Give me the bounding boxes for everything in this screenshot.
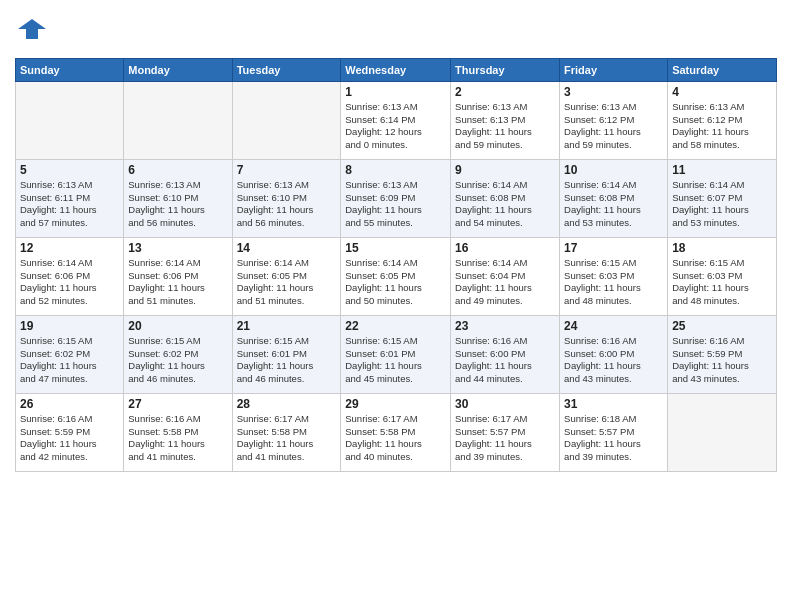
day-info: Sunrise: 6:15 AMSunset: 6:02 PMDaylight:… — [128, 335, 227, 386]
calendar-cell: 30Sunrise: 6:17 AMSunset: 5:57 PMDayligh… — [451, 393, 560, 471]
day-number: 6 — [128, 163, 227, 177]
calendar-cell: 19Sunrise: 6:15 AMSunset: 6:02 PMDayligh… — [16, 315, 124, 393]
calendar-cell: 22Sunrise: 6:15 AMSunset: 6:01 PMDayligh… — [341, 315, 451, 393]
day-number: 20 — [128, 319, 227, 333]
header — [15, 15, 777, 48]
day-info: Sunrise: 6:14 AMSunset: 6:08 PMDaylight:… — [455, 179, 555, 230]
calendar-cell: 10Sunrise: 6:14 AMSunset: 6:08 PMDayligh… — [560, 159, 668, 237]
day-number: 8 — [345, 163, 446, 177]
calendar-cell: 8Sunrise: 6:13 AMSunset: 6:09 PMDaylight… — [341, 159, 451, 237]
calendar-cell: 7Sunrise: 6:13 AMSunset: 6:10 PMDaylight… — [232, 159, 341, 237]
weekday-header-row: SundayMondayTuesdayWednesdayThursdayFrid… — [16, 58, 777, 81]
day-number: 12 — [20, 241, 119, 255]
calendar-cell: 28Sunrise: 6:17 AMSunset: 5:58 PMDayligh… — [232, 393, 341, 471]
day-info: Sunrise: 6:17 AMSunset: 5:57 PMDaylight:… — [455, 413, 555, 464]
day-info: Sunrise: 6:13 AMSunset: 6:11 PMDaylight:… — [20, 179, 119, 230]
calendar-cell: 4Sunrise: 6:13 AMSunset: 6:12 PMDaylight… — [668, 81, 777, 159]
day-number: 27 — [128, 397, 227, 411]
day-number: 17 — [564, 241, 663, 255]
calendar-cell: 14Sunrise: 6:14 AMSunset: 6:05 PMDayligh… — [232, 237, 341, 315]
day-number: 5 — [20, 163, 119, 177]
calendar-cell — [668, 393, 777, 471]
weekday-header-thursday: Thursday — [451, 58, 560, 81]
day-number: 29 — [345, 397, 446, 411]
weekday-header-saturday: Saturday — [668, 58, 777, 81]
calendar-cell: 21Sunrise: 6:15 AMSunset: 6:01 PMDayligh… — [232, 315, 341, 393]
calendar-cell: 15Sunrise: 6:14 AMSunset: 6:05 PMDayligh… — [341, 237, 451, 315]
day-number: 16 — [455, 241, 555, 255]
calendar-cell: 9Sunrise: 6:14 AMSunset: 6:08 PMDaylight… — [451, 159, 560, 237]
day-number: 11 — [672, 163, 772, 177]
day-info: Sunrise: 6:14 AMSunset: 6:06 PMDaylight:… — [20, 257, 119, 308]
day-info: Sunrise: 6:13 AMSunset: 6:12 PMDaylight:… — [564, 101, 663, 152]
day-number: 4 — [672, 85, 772, 99]
calendar-cell: 27Sunrise: 6:16 AMSunset: 5:58 PMDayligh… — [124, 393, 232, 471]
day-info: Sunrise: 6:14 AMSunset: 6:08 PMDaylight:… — [564, 179, 663, 230]
svg-marker-0 — [18, 19, 46, 39]
logo — [15, 15, 46, 48]
day-number: 31 — [564, 397, 663, 411]
day-info: Sunrise: 6:17 AMSunset: 5:58 PMDaylight:… — [345, 413, 446, 464]
weekday-header-sunday: Sunday — [16, 58, 124, 81]
calendar-cell: 29Sunrise: 6:17 AMSunset: 5:58 PMDayligh… — [341, 393, 451, 471]
day-info: Sunrise: 6:13 AMSunset: 6:10 PMDaylight:… — [128, 179, 227, 230]
day-number: 9 — [455, 163, 555, 177]
calendar-cell: 20Sunrise: 6:15 AMSunset: 6:02 PMDayligh… — [124, 315, 232, 393]
day-info: Sunrise: 6:18 AMSunset: 5:57 PMDaylight:… — [564, 413, 663, 464]
calendar-cell: 12Sunrise: 6:14 AMSunset: 6:06 PMDayligh… — [16, 237, 124, 315]
weekday-header-wednesday: Wednesday — [341, 58, 451, 81]
calendar-cell: 16Sunrise: 6:14 AMSunset: 6:04 PMDayligh… — [451, 237, 560, 315]
day-info: Sunrise: 6:16 AMSunset: 5:59 PMDaylight:… — [672, 335, 772, 386]
day-info: Sunrise: 6:14 AMSunset: 6:05 PMDaylight:… — [345, 257, 446, 308]
calendar-cell — [232, 81, 341, 159]
calendar-cell: 3Sunrise: 6:13 AMSunset: 6:12 PMDaylight… — [560, 81, 668, 159]
day-info: Sunrise: 6:15 AMSunset: 6:03 PMDaylight:… — [564, 257, 663, 308]
day-info: Sunrise: 6:14 AMSunset: 6:07 PMDaylight:… — [672, 179, 772, 230]
weekday-header-tuesday: Tuesday — [232, 58, 341, 81]
day-number: 10 — [564, 163, 663, 177]
day-info: Sunrise: 6:13 AMSunset: 6:13 PMDaylight:… — [455, 101, 555, 152]
calendar-cell: 1Sunrise: 6:13 AMSunset: 6:14 PMDaylight… — [341, 81, 451, 159]
calendar-week-row: 19Sunrise: 6:15 AMSunset: 6:02 PMDayligh… — [16, 315, 777, 393]
calendar-cell: 2Sunrise: 6:13 AMSunset: 6:13 PMDaylight… — [451, 81, 560, 159]
page: SundayMondayTuesdayWednesdayThursdayFrid… — [0, 0, 792, 612]
calendar-cell: 6Sunrise: 6:13 AMSunset: 6:10 PMDaylight… — [124, 159, 232, 237]
day-number: 26 — [20, 397, 119, 411]
day-number: 7 — [237, 163, 337, 177]
day-number: 2 — [455, 85, 555, 99]
day-info: Sunrise: 6:16 AMSunset: 5:58 PMDaylight:… — [128, 413, 227, 464]
day-info: Sunrise: 6:13 AMSunset: 6:09 PMDaylight:… — [345, 179, 446, 230]
day-info: Sunrise: 6:15 AMSunset: 6:01 PMDaylight:… — [345, 335, 446, 386]
logo-text — [15, 15, 46, 48]
day-number: 22 — [345, 319, 446, 333]
calendar-cell: 26Sunrise: 6:16 AMSunset: 5:59 PMDayligh… — [16, 393, 124, 471]
logo-bird-icon — [18, 15, 46, 43]
day-info: Sunrise: 6:13 AMSunset: 6:10 PMDaylight:… — [237, 179, 337, 230]
calendar-cell: 24Sunrise: 6:16 AMSunset: 6:00 PMDayligh… — [560, 315, 668, 393]
day-number: 28 — [237, 397, 337, 411]
day-info: Sunrise: 6:16 AMSunset: 6:00 PMDaylight:… — [564, 335, 663, 386]
calendar-cell: 17Sunrise: 6:15 AMSunset: 6:03 PMDayligh… — [560, 237, 668, 315]
day-number: 19 — [20, 319, 119, 333]
day-number: 13 — [128, 241, 227, 255]
day-number: 14 — [237, 241, 337, 255]
calendar-cell: 23Sunrise: 6:16 AMSunset: 6:00 PMDayligh… — [451, 315, 560, 393]
day-number: 21 — [237, 319, 337, 333]
day-info: Sunrise: 6:16 AMSunset: 6:00 PMDaylight:… — [455, 335, 555, 386]
calendar-cell: 13Sunrise: 6:14 AMSunset: 6:06 PMDayligh… — [124, 237, 232, 315]
calendar-cell: 11Sunrise: 6:14 AMSunset: 6:07 PMDayligh… — [668, 159, 777, 237]
day-info: Sunrise: 6:15 AMSunset: 6:03 PMDaylight:… — [672, 257, 772, 308]
calendar-cell: 25Sunrise: 6:16 AMSunset: 5:59 PMDayligh… — [668, 315, 777, 393]
day-info: Sunrise: 6:15 AMSunset: 6:02 PMDaylight:… — [20, 335, 119, 386]
day-info: Sunrise: 6:13 AMSunset: 6:14 PMDaylight:… — [345, 101, 446, 152]
day-info: Sunrise: 6:14 AMSunset: 6:06 PMDaylight:… — [128, 257, 227, 308]
day-number: 24 — [564, 319, 663, 333]
day-info: Sunrise: 6:14 AMSunset: 6:05 PMDaylight:… — [237, 257, 337, 308]
day-info: Sunrise: 6:16 AMSunset: 5:59 PMDaylight:… — [20, 413, 119, 464]
calendar-week-row: 26Sunrise: 6:16 AMSunset: 5:59 PMDayligh… — [16, 393, 777, 471]
day-info: Sunrise: 6:13 AMSunset: 6:12 PMDaylight:… — [672, 101, 772, 152]
day-number: 25 — [672, 319, 772, 333]
day-info: Sunrise: 6:14 AMSunset: 6:04 PMDaylight:… — [455, 257, 555, 308]
day-number: 1 — [345, 85, 446, 99]
calendar-cell — [124, 81, 232, 159]
